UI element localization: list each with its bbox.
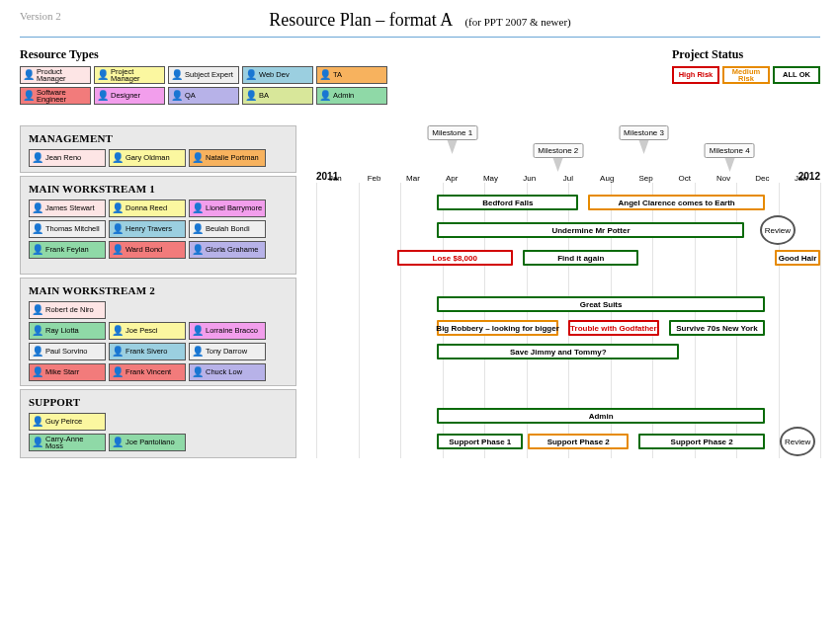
resource-chip[interactable]: 👤Frank Vincent bbox=[109, 363, 186, 381]
resource-chip[interactable]: 👤Designer bbox=[94, 87, 165, 105]
month-label: Jun bbox=[510, 174, 548, 183]
resource-chip-label: Robert de Niro bbox=[45, 306, 94, 314]
resource-chip[interactable]: 👤BA bbox=[242, 87, 313, 105]
resource-chip[interactable]: 👤Natalie Portman bbox=[189, 149, 266, 167]
task-bar[interactable]: Great Suits bbox=[437, 296, 765, 312]
resource-chip[interactable]: 👤Beulah Bondi bbox=[189, 220, 266, 238]
resource-chip-label: Lorraine Bracco bbox=[206, 327, 258, 335]
person-icon: 👤 bbox=[319, 91, 331, 101]
resource-chip[interactable]: 👤Thomas Mitchell bbox=[29, 220, 106, 238]
resource-chip-label: Subject Expert bbox=[185, 71, 233, 79]
task-bar[interactable]: Bedford Falls bbox=[437, 195, 578, 210]
resource-chip[interactable]: 👤Guy Peirce bbox=[29, 413, 106, 431]
task-bar[interactable]: Angel Clarence comes to Earth bbox=[588, 195, 765, 210]
task-bar[interactable]: Save Jimmy and Tommy? bbox=[437, 344, 679, 359]
resource-chip[interactable]: 👤Robert de Niro bbox=[29, 301, 106, 319]
task-bar[interactable]: Support Phase 2 bbox=[528, 434, 629, 449]
resource-chip-label: TA bbox=[333, 71, 342, 79]
month-label: Oct bbox=[665, 174, 704, 183]
timeline-header: Milestone 1Milestone 2Milestone 3Milesto… bbox=[316, 125, 820, 183]
review-marker[interactable]: Review bbox=[760, 215, 796, 245]
person-icon: 👤 bbox=[192, 245, 204, 255]
bars-ws1: Bedford FallsAngel Clarence comes to Ear… bbox=[316, 195, 820, 293]
person-icon: 👤 bbox=[112, 347, 124, 357]
resource-chip[interactable]: 👤Gary Oldman bbox=[109, 149, 186, 167]
resource-chip-label: Designer bbox=[111, 92, 140, 100]
resource-chip-label: Joe Pantoliano bbox=[126, 439, 175, 446]
resource-chip-label: Chuck Low bbox=[206, 368, 242, 376]
task-bar[interactable]: Support Phase 1 bbox=[437, 434, 523, 449]
resource-chip[interactable]: 👤Jean Reno bbox=[29, 149, 106, 167]
task-bar[interactable]: Survive 70s New York bbox=[669, 320, 765, 336]
resource-chip[interactable]: 👤Subject Expert bbox=[168, 66, 239, 84]
resource-chip[interactable]: 👤Lionel Barrymore bbox=[189, 199, 266, 217]
person-icon: 👤 bbox=[171, 70, 183, 80]
person-icon: 👤 bbox=[32, 438, 43, 447]
person-icon: 👤 bbox=[112, 153, 124, 163]
resource-chip[interactable]: 👤Ray Liotta bbox=[29, 322, 106, 340]
month-label: Apr bbox=[433, 174, 471, 183]
resource-chip[interactable]: 👤Donna Reed bbox=[109, 199, 186, 217]
person-icon: 👤 bbox=[112, 438, 124, 447]
person-icon: 👤 bbox=[32, 417, 43, 427]
person-icon: 👤 bbox=[112, 224, 124, 234]
resource-chip[interactable]: 👤Mike Starr bbox=[29, 363, 106, 381]
resource-chip-label: Mike Starr bbox=[45, 368, 79, 376]
resource-chip-label: Gloria Grahame bbox=[206, 246, 258, 254]
resource-chip[interactable]: 👤Project Manager bbox=[94, 66, 165, 84]
person-icon: 👤 bbox=[245, 70, 257, 80]
task-bar[interactable]: Find it again bbox=[523, 250, 638, 266]
resource-chip[interactable]: 👤Carry-Anne Moss bbox=[29, 434, 106, 451]
lane-ws1-title: MAIN WORKSTREAM 1 bbox=[29, 183, 288, 195]
resource-chip[interactable]: 👤Ward Bond bbox=[109, 241, 186, 259]
task-bar[interactable]: Lose $8,000 bbox=[397, 250, 513, 266]
resource-chip-label: Frank Feylan bbox=[45, 246, 89, 254]
milestone: Milestone 2 bbox=[533, 143, 583, 172]
task-bar[interactable]: Good Hair bbox=[775, 250, 820, 266]
page-title: Resource Plan – format A bbox=[269, 10, 453, 30]
month-label: Mar bbox=[394, 174, 433, 183]
resource-chip[interactable]: 👤Tony Darrow bbox=[189, 343, 266, 360]
person-icon: 👤 bbox=[32, 347, 43, 357]
resource-chip[interactable]: 👤Henry Travers bbox=[109, 220, 186, 238]
resource-chip-label: Donna Reed bbox=[126, 204, 167, 212]
resource-chip[interactable]: 👤Product Manager bbox=[20, 66, 91, 84]
status-medium-risk: Medium Risk bbox=[722, 66, 770, 84]
person-icon: 👤 bbox=[112, 245, 124, 255]
person-icon: 👤 bbox=[192, 224, 204, 234]
resource-chip[interactable]: 👤Frank Feylan bbox=[29, 241, 106, 259]
resource-types-head: Resource Types bbox=[20, 47, 387, 62]
task-bar[interactable]: Admin bbox=[437, 408, 765, 424]
resource-chip[interactable]: 👤Software Engineer bbox=[20, 87, 91, 105]
resource-chip[interactable]: 👤James Stewart bbox=[29, 199, 106, 217]
resource-chip-label: Frank Sivero bbox=[126, 348, 168, 356]
person-icon: 👤 bbox=[97, 70, 109, 80]
resource-chip[interactable]: 👤Lorraine Bracco bbox=[189, 322, 266, 340]
resource-chip[interactable]: 👤QA bbox=[168, 87, 239, 105]
month-label: Aug bbox=[588, 174, 627, 183]
task-bar[interactable]: Big Robbery – looking for bigger bbox=[437, 320, 557, 336]
lane-management-title: MANAGEMENT bbox=[29, 132, 288, 144]
lane-workstream-1: MAIN WORKSTREAM 1 👤James Stewart👤Donna R… bbox=[20, 176, 296, 275]
person-icon: 👤 bbox=[32, 203, 43, 213]
resource-chip[interactable]: 👤Gloria Grahame bbox=[189, 241, 266, 259]
milestone: Milestone 3 bbox=[619, 125, 669, 154]
resource-chip-label: Web Dev bbox=[259, 71, 290, 79]
person-icon: 👤 bbox=[23, 70, 35, 80]
resource-chip[interactable]: 👤TA bbox=[316, 66, 387, 84]
person-icon: 👤 bbox=[319, 70, 331, 80]
task-bar[interactable]: Support Phase 2 bbox=[638, 434, 765, 449]
task-bar[interactable]: Trouble with Godfather bbox=[568, 320, 659, 336]
divider bbox=[20, 37, 820, 38]
resource-chip[interactable]: 👤Chuck Low bbox=[189, 363, 266, 381]
resource-chip[interactable]: 👤Admin bbox=[316, 87, 387, 105]
resource-chip-label: Product Manager bbox=[37, 68, 88, 83]
resource-chip[interactable]: 👤Frank Sivero bbox=[109, 343, 186, 360]
task-bar[interactable]: Undermine Mr Potter bbox=[437, 222, 744, 238]
resource-chip[interactable]: 👤Paul Sorvino bbox=[29, 343, 106, 360]
status-high-risk: High Risk bbox=[672, 66, 719, 84]
review-marker[interactable]: Review bbox=[780, 427, 815, 456]
resource-chip[interactable]: 👤Joe Pantoliano bbox=[109, 434, 186, 451]
resource-chip[interactable]: 👤Web Dev bbox=[242, 66, 313, 84]
resource-chip[interactable]: 👤Joe Pesci bbox=[109, 322, 186, 340]
